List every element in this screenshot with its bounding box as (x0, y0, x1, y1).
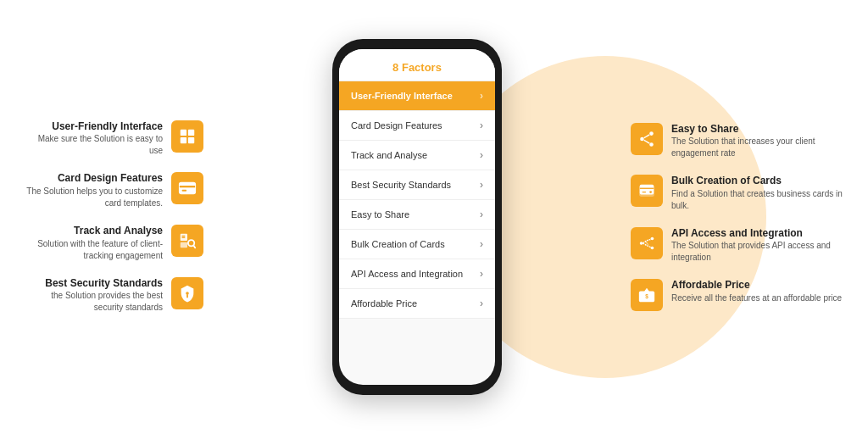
phone-menu-label-3: Best Security Standards (351, 180, 451, 190)
shield-icon-svg (178, 284, 197, 303)
svg-rect-2 (181, 137, 186, 143)
phone-body: 8 Factors User-Friendly Interface › Card… (332, 39, 502, 395)
svg-rect-4 (180, 183, 195, 194)
svg-rect-22 (640, 185, 654, 195)
svg-point-25 (649, 191, 652, 193)
phone-screen: 8 Factors User-Friendly Interface › Card… (339, 49, 495, 385)
right-item-desc-api: The Solution that provides API access an… (671, 240, 843, 264)
svg-rect-1 (188, 130, 194, 136)
user-friendly-icon (171, 120, 203, 153)
right-item-text-api: API Access and Integration The Solution … (671, 227, 843, 264)
chevron-6: › (480, 268, 483, 280)
chevron-4: › (480, 209, 483, 220)
phone-menu-item-4[interactable]: Easy to Share › (339, 200, 495, 230)
card-icon-svg (178, 179, 197, 198)
phone-menu-label-6: API Access and Integration (351, 269, 463, 279)
api-icon-svg (637, 234, 656, 253)
phone-menu-item-3[interactable]: Best Security Standards › (339, 170, 495, 200)
phone-menu-label-4: Easy to Share (351, 209, 409, 220)
chevron-2: › (480, 149, 483, 161)
track-analyse-icon (171, 225, 203, 257)
grid-icon-svg (178, 127, 197, 146)
analytics-icon-svg (178, 231, 197, 250)
svg-rect-0 (181, 130, 186, 136)
phone-menu-label-5: Bulk Creation of Cards (351, 239, 445, 249)
right-item-title-price: Affordable Price (671, 279, 842, 292)
left-item-title-card-design: Card Design Features (58, 172, 163, 186)
svg-rect-24 (643, 192, 647, 192)
right-item-text-easy-share: Easy to Share The Solution that increase… (671, 123, 843, 160)
left-item-track-analyse: Track and Analyse Solution with the feat… (25, 225, 203, 262)
right-item-title-api: API Access and Integration (671, 227, 843, 241)
chevron-7: › (480, 298, 483, 309)
card-design-icon (171, 172, 203, 204)
svg-rect-3 (188, 137, 194, 143)
phone-menu-item-1[interactable]: Card Design Features › (339, 111, 495, 141)
left-item-text-user-friendly: User-Friendly Interface Make sure the So… (25, 120, 163, 158)
phone-menu-label-7: Affordable Price (351, 298, 417, 309)
easy-share-icon (631, 123, 663, 155)
chevron-1: › (480, 120, 483, 131)
left-item-text-card-design: Card Design Features The Solution helps … (25, 172, 163, 209)
phone-mockup: 8 Factors User-Friendly Interface › Card… (332, 39, 502, 395)
left-item-title-user-friendly: User-Friendly Interface (52, 120, 163, 134)
right-item-api: API Access and Integration The Solution … (631, 227, 843, 264)
right-item-title-bulk-cards: Bulk Creation of Cards (671, 175, 843, 188)
left-panel: User-Friendly Interface Make sure the So… (17, 120, 203, 314)
right-item-desc-easy-share: The Solution that increases your client … (671, 136, 843, 159)
left-item-text-track-analyse: Track and Analyse Solution with the feat… (25, 225, 163, 262)
left-item-title-security: Best Security Standards (45, 277, 163, 291)
bulk-icon-svg (637, 181, 656, 200)
right-item-bulk-cards: Bulk Creation of Cards Find a Solution t… (631, 175, 843, 212)
share-icon-svg (637, 130, 656, 148)
phone-menu-item-7[interactable]: Affordable Price › (339, 289, 495, 319)
right-item-desc-bulk-cards: Find a Solution that creates business ca… (671, 188, 843, 212)
right-item-price: $ Affordable Price Receive all the featu… (631, 279, 843, 311)
phone-header: 8 Factors (339, 49, 495, 81)
svg-point-27 (651, 236, 654, 240)
phone-menu-item-6[interactable]: API Access and Integration › (339, 259, 495, 289)
security-icon (171, 277, 203, 309)
right-item-title-easy-share: Easy to Share (671, 123, 843, 136)
phone-notch (392, 39, 442, 49)
phone-menu-label-2: Track and Analyse (351, 150, 427, 160)
right-item-text-bulk-cards: Bulk Creation of Cards Find a Solution t… (671, 175, 843, 212)
price-icon-svg: $ (637, 286, 656, 304)
right-item-text-price: Affordable Price Receive all the feature… (671, 279, 842, 304)
left-item-card-design: Card Design Features The Solution helps … (25, 172, 203, 209)
left-item-desc-user-friendly: Make sure the Solution is easy to use (25, 133, 163, 157)
svg-text:$: $ (645, 293, 648, 300)
left-item-desc-security: the Solution provides the best security … (25, 290, 163, 314)
svg-point-28 (651, 246, 654, 249)
phone-menu-label-1: Card Design Features (351, 120, 442, 131)
left-item-security: Best Security Standards the Solution pro… (25, 277, 203, 314)
bulk-cards-icon (631, 175, 663, 207)
svg-line-19 (644, 135, 649, 138)
phone-menu-item-0[interactable]: User-Friendly Interface › (339, 81, 495, 111)
chevron-0: › (480, 90, 483, 102)
chevron-5: › (480, 238, 483, 250)
left-item-text-security: Best Security Standards the Solution pro… (25, 277, 163, 314)
phone-menu[interactable]: User-Friendly Interface › Card Design Fe… (339, 81, 495, 385)
right-panel: Easy to Share The Solution that increase… (631, 123, 851, 312)
svg-line-20 (644, 140, 649, 143)
api-icon (631, 227, 663, 259)
phone-menu-item-5[interactable]: Bulk Creation of Cards › (339, 230, 495, 259)
left-item-desc-card-design: The Solution helps you to customize card… (25, 186, 163, 209)
left-item-title-track-analyse: Track and Analyse (74, 225, 163, 238)
svg-point-18 (649, 142, 654, 147)
svg-point-26 (640, 242, 643, 245)
phone-menu-item-2[interactable]: Track and Analyse › (339, 141, 495, 170)
affordable-price-icon: $ (631, 279, 663, 311)
right-item-easy-share: Easy to Share The Solution that increase… (631, 123, 843, 160)
svg-rect-9 (181, 242, 187, 248)
svg-point-16 (649, 131, 654, 136)
chevron-3: › (480, 179, 483, 191)
left-item-user-friendly: User-Friendly Interface Make sure the So… (25, 120, 203, 158)
svg-line-11 (193, 246, 195, 248)
svg-rect-7 (182, 190, 187, 192)
right-item-desc-price: Receive all the features at an affordabl… (671, 292, 842, 304)
svg-point-17 (640, 136, 644, 141)
main-container: User-Friendly Interface Make sure the So… (0, 0, 868, 434)
phone-menu-label-0: User-Friendly Interface (351, 91, 453, 101)
